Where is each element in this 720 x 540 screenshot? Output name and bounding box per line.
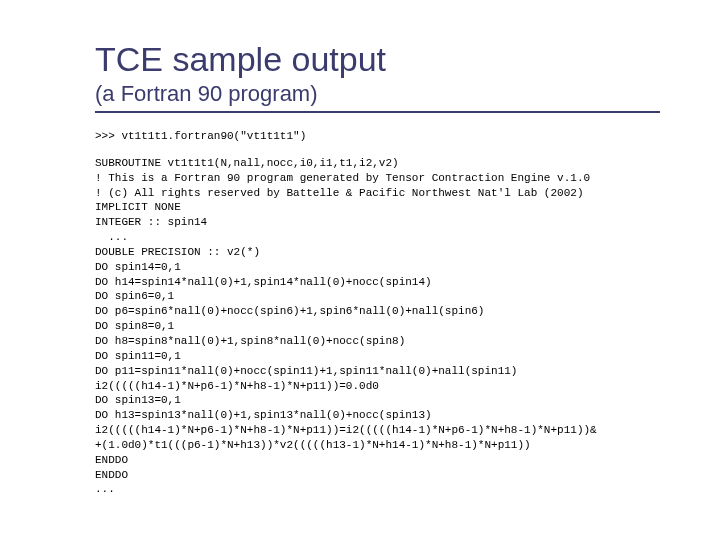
slide-title: TCE sample output <box>95 40 720 79</box>
slide-subtitle: (a Fortran 90 program) <box>95 81 720 107</box>
slide: TCE sample output (a Fortran 90 program)… <box>0 0 720 540</box>
code-block: SUBROUTINE vt1t1t1(N,nall,nocc,i0,i1,t1,… <box>95 156 720 497</box>
repl-line: >>> vt1t1t1.fortran90("vt1t1t1") <box>95 129 720 144</box>
title-divider <box>95 111 660 113</box>
